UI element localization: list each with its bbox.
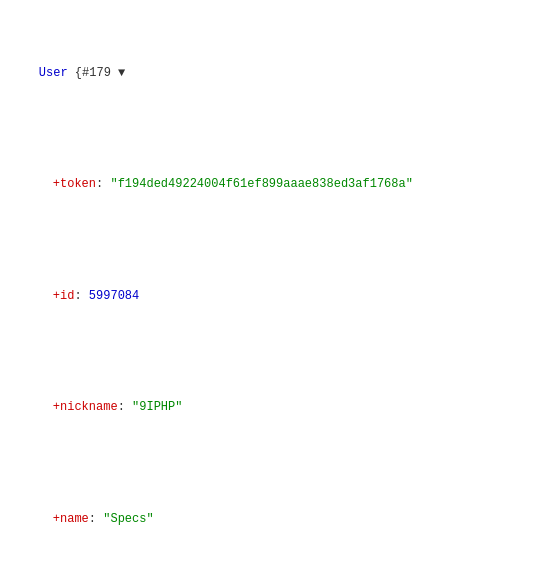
line-token: +token: "f194ded49224004f61ef899aaae838e… — [10, 157, 530, 213]
user-label: User — [39, 66, 68, 80]
code-output: User {#179 ▼ +token: "f194ded49224004f61… — [10, 8, 530, 570]
line-nickname: +nickname: "9IPHP" — [10, 380, 530, 436]
line-name: +name: "Specs" — [10, 491, 530, 547]
toggle-arrow[interactable]: ▼ — [118, 66, 125, 80]
line-header: User {#179 ▼ — [10, 45, 530, 101]
line-id: +id: 5997084 — [10, 268, 530, 324]
